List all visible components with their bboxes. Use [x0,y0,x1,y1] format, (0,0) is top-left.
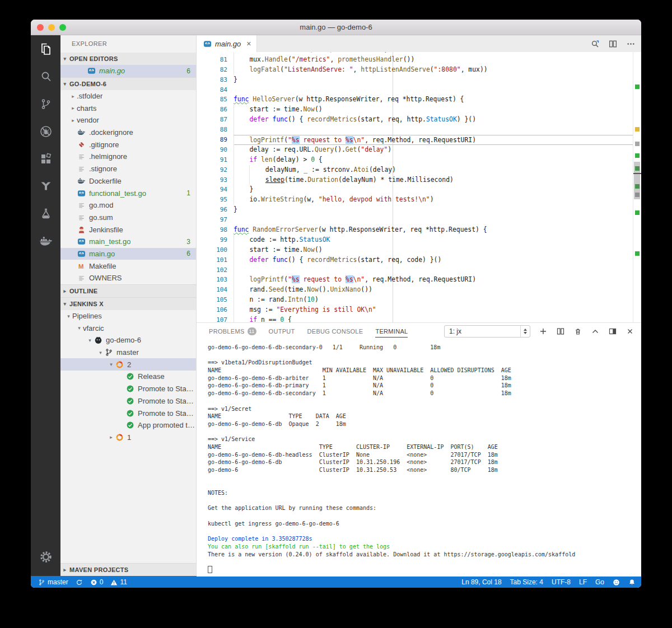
code-line[interactable]: 98func RandomErrorServer(w http.Response… [197,225,633,235]
section-header-project[interactable]: ▾ GO-DEMO-6 [60,77,196,90]
overview-ruler-scrollbar[interactable] [633,52,641,322]
activity-item-source-control[interactable] [31,90,60,118]
jx-node-pipelines[interactable]: ▾Pipelines [60,310,196,322]
title-bar[interactable]: main.go — go-demo-6 [31,20,641,35]
code-line[interactable]: 84 [197,85,633,95]
close-panel-icon[interactable] [626,327,634,336]
split-editor-icon[interactable] [608,39,618,49]
more-actions-icon[interactable] [626,39,636,49]
jx-node-app-promoted-to-st[interactable]: App promoted to St... [60,419,196,432]
status-branch-indicator[interactable]: master [38,578,68,586]
file-main-go[interactable]: main.go6 [60,248,196,260]
terminal-picker-dropdown[interactable]: 1: jx [444,325,530,338]
open-changes-icon[interactable] [590,39,600,49]
status-feedback[interactable] [613,579,620,586]
file-stfolder[interactable]: ▸.stfolder [60,90,196,102]
panel-tab-problems[interactable]: PROBLEMS11 [209,323,256,340]
file-main-test-go[interactable]: main_test.go3 [60,236,196,248]
code-line[interactable]: 89logPrintf("%s request to %s\n", req.Me… [197,135,633,145]
split-terminal-icon[interactable] [556,327,565,336]
status-sync-button[interactable] [76,579,83,586]
code-line[interactable]: 102 [197,265,633,275]
code-editor[interactable]: 80mux.HandleFunc("/demo/random-error", R… [197,52,641,322]
file-dockerignore[interactable]: .dockerignore [60,126,196,139]
close-tab-icon[interactable]: × [246,40,251,48]
panel-tab-output[interactable]: OUTPUT [269,323,295,340]
panel-tab-debug-console[interactable]: DEBUG CONSOLE [307,323,363,340]
code-line[interactable]: 106msg := "Everything is still OK\n" [197,305,633,315]
code-line[interactable]: 99code := http.StatusOK [197,235,633,245]
jx-node-vfarcic[interactable]: ▾vfarcic [60,322,196,334]
zoom-window-button[interactable] [59,24,66,31]
activity-item-extensions[interactable] [31,145,60,172]
activity-item-settings[interactable] [31,543,60,570]
activity-item-docker[interactable] [31,227,60,255]
new-terminal-icon[interactable] [539,327,548,336]
file-dockerfile[interactable]: Dockerfile [60,175,196,188]
jx-node-1[interactable]: ▸1 [60,432,196,444]
minimize-window-button[interactable] [48,24,55,31]
file-charts[interactable]: ▸charts [60,102,196,114]
kill-terminal-icon[interactable] [573,327,582,336]
activity-item-test-explorer[interactable] [31,200,60,227]
file-functional-test-go[interactable]: functional_test.go1 [60,187,196,199]
code-line[interactable]: 83} [197,75,633,85]
status-language-mode[interactable]: Go [595,578,604,586]
jx-node-promote-to-staging[interactable]: Promote to Staging [60,383,196,395]
tab-main-go[interactable]: main.go × [197,35,257,52]
file-owners[interactable]: OWNERS [60,272,196,284]
status-notifications[interactable] [628,579,636,586]
code-line[interactable]: 81mux.Handle("/metrics", prometheusHandl… [197,55,633,65]
panel-tab-terminal[interactable]: TERMINAL [375,323,408,340]
code-line[interactable]: 97 [197,215,633,225]
jx-node-master[interactable]: ▾master [60,346,196,359]
status-indentation[interactable]: Tab Size: 4 [510,578,543,586]
code-line[interactable]: 96} [197,205,633,215]
jx-node-release[interactable]: Release [60,371,196,383]
maximize-panel-icon[interactable] [591,327,600,336]
file-makefile[interactable]: MMakefile [60,260,196,272]
file-go-sum[interactable]: go.sum [60,212,196,224]
file-gitignore[interactable]: .gitignore [60,138,196,151]
open-editor-main-go[interactable]: main.go6 [60,65,196,77]
jx-node-go-demo-6[interactable]: ▾go-demo-6 [60,334,196,346]
activity-item-pipelines[interactable] [31,172,60,200]
jx-node-promote-to-staging[interactable]: Promote to Staging ... [60,407,196,419]
code-line[interactable]: 93sleep(time.Duration(delayNum) * time.M… [197,175,633,185]
file-vendor[interactable]: ▸vendor [60,114,196,126]
code-line[interactable]: 82logFatal("ListenAndServe: ", httpListe… [197,65,633,75]
activity-item-explorer[interactable] [31,35,60,63]
jx-node-promote-to-staging[interactable]: Promote to Staging ... [60,395,196,407]
section-header-maven-projects[interactable]: ▸ MAVEN PROJECTS [60,563,196,576]
scrollbar-thumb[interactable] [634,162,640,199]
code-line[interactable]: 92delayNum, _ := strconv.Atoi(delay) [197,165,633,175]
code-line[interactable]: 91if len(delay) > 0 { [197,155,633,165]
code-line[interactable]: 85func HelloServer(w http.ResponseWriter… [197,95,633,105]
toggle-panel-icon[interactable] [608,327,617,336]
code-line[interactable]: 90delay := req.URL.Query().Get("delay") [197,145,633,155]
code-line[interactable]: 100start := time.Now() [197,245,633,255]
jx-node-2[interactable]: ▾2 [60,358,196,371]
file-go-mod[interactable]: go.mod [60,199,196,212]
code-line[interactable]: 105n := rand.Intn(10) [197,295,633,305]
status-warning-count[interactable]: 11 [110,578,127,586]
status-encoding[interactable]: UTF-8 [552,578,571,586]
activity-item-debug[interactable] [31,118,60,145]
code-line[interactable]: 101defer func() { recordMetrics(start, r… [197,255,633,265]
section-header-open-editors[interactable]: ▾ OPEN EDITORS [60,53,196,65]
code-line[interactable]: 103logPrintf("%s request to %s\n", req.M… [197,275,633,285]
activity-item-search[interactable] [31,63,60,90]
code-line[interactable]: 88 [197,125,633,135]
code-line[interactable]: 107if n == 0 { [197,315,633,322]
code-line[interactable]: 86start := time.Now() [197,105,633,115]
section-header-outline[interactable]: ▸ OUTLINE [60,284,196,297]
file-helmignore[interactable]: .helmignore [60,151,196,163]
code-line[interactable]: 104rand.Seed(time.Now().UnixNano()) [197,285,633,295]
code-line[interactable]: 94} [197,185,633,195]
status-eol[interactable]: LF [579,578,587,586]
file-jenkinsfile[interactable]: Jenkinsfile [60,223,196,236]
code-line[interactable]: 87defer func() { recordMetrics(start, re… [197,115,633,125]
code-line[interactable]: 95io.WriteString(w, "hello, devpod with … [197,195,633,205]
section-header-jenkins-x[interactable]: ▾ JENKINS X [60,297,196,310]
status-error-count[interactable]: 0 [90,578,104,586]
